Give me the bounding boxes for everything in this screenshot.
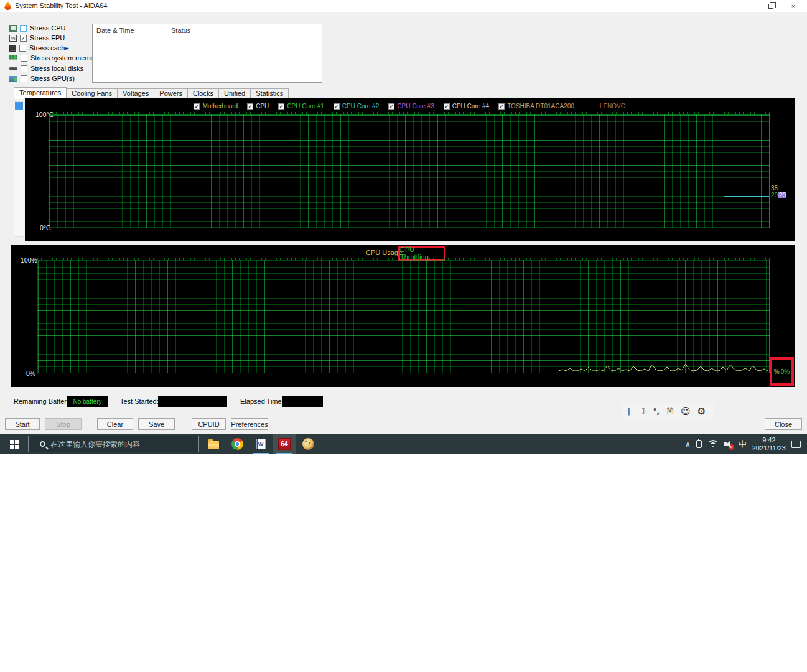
stress-fpu-checkbox[interactable]: ✓	[20, 35, 27, 42]
legend-item-motherboard[interactable]: ✓Motherboard	[194, 103, 238, 110]
stress-cpu-checkbox[interactable]	[20, 25, 27, 32]
ime-drag-handle[interactable]: ‖	[627, 407, 631, 416]
simplified-chinese-icon[interactable]: 简	[666, 406, 674, 416]
word-document-icon: W	[256, 439, 266, 449]
stress-option-cache[interactable]: Stress cache	[9, 44, 69, 52]
legend-item-cpu-core-3[interactable]: ✓CPU Core #3	[388, 103, 434, 110]
stress-option-fpu[interactable]: ✓ Stress FPU	[9, 34, 65, 42]
cpu-icon	[9, 25, 17, 32]
elapsed-time-label: Elapsed Time:	[240, 398, 284, 405]
legend-checkbox[interactable]: ✓	[388, 103, 394, 110]
start-button[interactable]: Start	[5, 418, 40, 430]
chrome-icon	[231, 438, 243, 450]
stop-button[interactable]: Stop	[45, 418, 82, 430]
taskbar-search[interactable]	[28, 436, 199, 452]
legend-item-cpu[interactable]: ✓CPU	[247, 103, 269, 110]
battery-value: No battery	[73, 398, 101, 405]
legend-checkbox[interactable]: ✓	[498, 103, 505, 110]
volume-muted-icon[interactable]	[724, 440, 733, 449]
test-started-value-box	[158, 396, 227, 407]
elapsed-time-value-box	[282, 396, 323, 407]
legend-label: CPU Core #2	[342, 103, 379, 110]
clear-button[interactable]: Clear	[97, 418, 133, 430]
temperature-graph: ✓Motherboard ✓CPU ✓CPU Core #1 ✓CPU Core…	[25, 98, 795, 241]
event-log-table: Date & Time Status	[92, 24, 322, 83]
header-divider	[93, 35, 322, 35]
vertical-scrollbar[interactable]	[14, 101, 24, 237]
hidden-icons-chevron[interactable]: ∧	[685, 440, 691, 449]
screen: System Stability Test - AIDA64 – × Stres…	[0, 0, 807, 672]
legend-checkbox[interactable]: ✓	[444, 103, 450, 110]
restore-icon	[768, 4, 773, 9]
cpuid-button[interactable]: CPUID	[192, 418, 226, 430]
stress-option-memory[interactable]: Stress system memory	[9, 54, 100, 62]
usage-axis-max: 100%	[21, 256, 37, 264]
punctuation-icon[interactable]: °,	[653, 407, 660, 416]
search-input[interactable]	[50, 440, 187, 449]
legend-item-cpu-core-1[interactable]: ✓CPU Core #1	[278, 103, 324, 110]
temperature-legend: ✓Motherboard ✓CPU ✓CPU Core #1 ✓CPU Core…	[25, 103, 795, 110]
wifi-icon[interactable]	[707, 440, 719, 448]
dialog-body: Stress CPU ✓ Stress FPU Stress cache Str…	[0, 12, 807, 434]
taskbar-chrome[interactable]	[225, 434, 249, 454]
gpu-icon	[9, 76, 17, 82]
palette-icon	[302, 438, 314, 450]
table-row	[93, 75, 322, 75]
legend-checkbox[interactable]: ✓	[247, 103, 253, 110]
legend-label: CPU Core #1	[287, 103, 324, 110]
close-window-button[interactable]: ×	[784, 1, 803, 12]
stress-option-disks[interactable]: Stress local disks	[9, 64, 83, 73]
table-row	[93, 45, 322, 45]
stress-option-cpu[interactable]: Stress CPU	[9, 24, 65, 32]
ime-language-indicator[interactable]: 中	[739, 439, 747, 450]
usage-plot-grid	[37, 260, 770, 373]
taskbar: W 64 ∧ 中 9:42 2021/11/23	[0, 434, 807, 454]
cpu-usage-current-value: %	[774, 368, 780, 375]
stress-option-label: Stress cache	[29, 44, 69, 52]
cache-icon	[9, 45, 16, 52]
legend-item-lenovo-battery: LENOVO	[600, 103, 626, 110]
restore-button[interactable]	[762, 1, 780, 12]
scrollbar-thumb[interactable]	[15, 102, 23, 110]
close-button[interactable]: Close	[765, 418, 802, 430]
stress-memory-checkbox[interactable]	[21, 55, 27, 62]
action-center-icon[interactable]	[791, 441, 801, 448]
aida64-flame-icon	[4, 2, 11, 10]
taskbar-word[interactable]: W	[249, 434, 273, 454]
emoji-icon[interactable]: ☺	[681, 406, 691, 417]
legend-item-cpu-core-2[interactable]: ✓CPU Core #2	[334, 103, 379, 110]
cpu-usage-series-label: CPU Usage	[366, 249, 402, 256]
taskbar-file-explorer[interactable]	[202, 434, 225, 454]
stress-option-label: Stress local disks	[30, 65, 83, 72]
taskbar-clock[interactable]: 9:42 2021/11/23	[752, 436, 786, 452]
legend-checkbox[interactable]: ✓	[194, 103, 200, 110]
minimize-button[interactable]: –	[738, 1, 757, 12]
motherboard-temp-line	[727, 189, 769, 189]
usb-device-icon[interactable]	[696, 440, 702, 448]
temperature-plot-grid	[49, 114, 770, 228]
stress-option-label: Stress GPU(s)	[30, 75, 75, 82]
system-tray: ∧ 中 9:42 2021/11/23	[685, 434, 807, 454]
preferences-button[interactable]: Preferences	[231, 418, 268, 430]
column-divider	[169, 24, 169, 82]
stress-option-label: Stress CPU	[30, 24, 65, 32]
save-button[interactable]: Save	[138, 418, 175, 430]
stress-cache-checkbox[interactable]	[19, 45, 26, 52]
stress-disks-checkbox[interactable]	[21, 65, 27, 72]
ime-settings-gear-icon[interactable]: ⚙	[697, 406, 706, 417]
stress-gpu-checkbox[interactable]	[21, 75, 27, 82]
cpu-usage-sparkline	[559, 360, 770, 373]
legend-checkbox[interactable]: ✓	[278, 103, 284, 110]
cpu-core-temp-line	[724, 194, 769, 194]
moon-fullwidth-icon[interactable]: ☽	[638, 406, 646, 417]
legend-item-toshiba-disk[interactable]: ✓TOSHIBA DT01ACA200	[498, 103, 574, 110]
taskbar-aida64[interactable]: 64	[273, 434, 296, 454]
stress-option-label: Stress FPU	[30, 34, 65, 42]
stress-option-gpu[interactable]: Stress GPU(s)	[9, 74, 75, 83]
taskbar-image-viewer[interactable]	[296, 434, 320, 454]
legend-item-cpu-core-4[interactable]: ✓CPU Core #4	[444, 103, 489, 110]
legend-checkbox[interactable]: ✓	[334, 103, 340, 110]
column-divider	[315, 24, 315, 82]
start-menu-button[interactable]	[0, 434, 28, 454]
cpu-temp-value: 29	[771, 192, 778, 198]
